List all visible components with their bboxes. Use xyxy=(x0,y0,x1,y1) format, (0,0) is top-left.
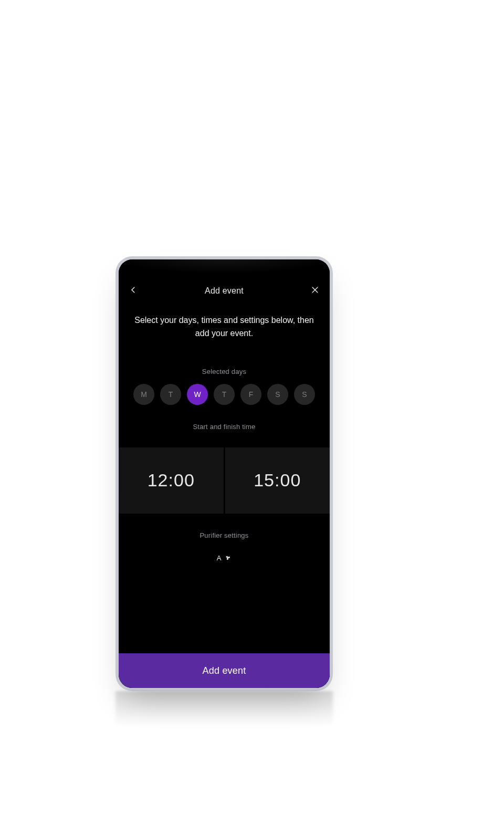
phone-frame: Add event Select your days, times and se… xyxy=(116,256,333,691)
day-thu[interactable]: T xyxy=(214,384,235,405)
chevron-left-icon xyxy=(129,285,138,297)
day-sat[interactable]: S xyxy=(267,384,288,405)
start-time[interactable]: 12:00 xyxy=(119,447,224,514)
day-label: T xyxy=(222,390,227,399)
back-button[interactable] xyxy=(126,284,141,298)
app-screen: Add event Select your days, times and se… xyxy=(119,275,330,688)
start-time-value: 12:00 xyxy=(148,470,195,491)
finish-time-value: 15:00 xyxy=(254,470,301,491)
finish-time[interactable]: 15:00 xyxy=(225,447,330,514)
day-label: M xyxy=(141,390,147,399)
day-label: W xyxy=(194,390,201,399)
day-label: S xyxy=(302,390,307,399)
top-bar: Add event xyxy=(119,275,330,306)
page-title: Add event xyxy=(205,286,244,296)
day-wed[interactable]: W xyxy=(187,384,208,405)
phone-reflection xyxy=(116,691,333,735)
day-label: T xyxy=(169,390,173,399)
phone-notch xyxy=(119,259,330,275)
close-icon xyxy=(310,285,320,297)
phone-inner: Add event Select your days, times and se… xyxy=(119,259,330,688)
day-tue[interactable]: T xyxy=(160,384,181,405)
day-label: F xyxy=(249,390,254,399)
add-event-button-label: Add event xyxy=(203,665,246,676)
start-finish-label: Start and finish time xyxy=(119,423,330,431)
selected-days-label: Selected days xyxy=(119,368,330,375)
day-fri[interactable]: F xyxy=(240,384,261,405)
day-picker: M T W T F S S xyxy=(119,384,330,405)
fan-icon xyxy=(224,554,232,561)
purifier-mode-value: A xyxy=(217,554,222,562)
day-label: S xyxy=(275,390,280,399)
time-picker: 12:00 15:00 xyxy=(119,447,330,514)
spacer xyxy=(119,562,330,653)
purifier-settings[interactable]: A xyxy=(119,554,330,562)
close-button[interactable] xyxy=(308,284,322,298)
instructions-text: Select your days, times and settings bel… xyxy=(119,306,330,343)
purifier-settings-label: Purifier settings xyxy=(119,531,330,539)
day-mon[interactable]: M xyxy=(133,384,154,405)
day-sun[interactable]: S xyxy=(294,384,315,405)
add-event-button[interactable]: Add event xyxy=(119,653,330,688)
